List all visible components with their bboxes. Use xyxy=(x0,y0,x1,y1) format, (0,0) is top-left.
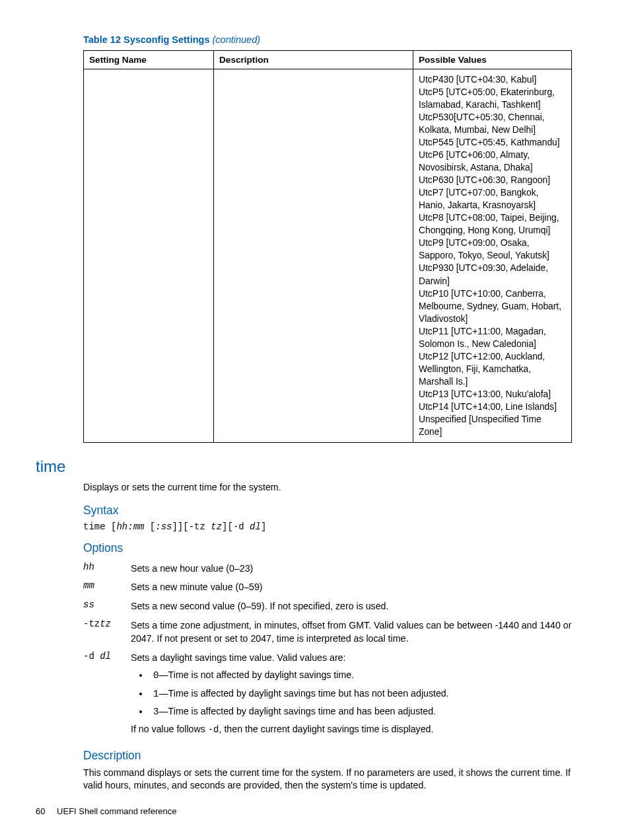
possible-value: UtcP545 [UTC+05:45, Kathmandu] xyxy=(419,136,566,149)
option-row: mmSets a new minute value (0–59) xyxy=(83,578,590,597)
col-setting-name: Setting Name xyxy=(84,51,214,69)
table-caption-prefix: Table 12 Sysconfig Settings xyxy=(83,34,213,45)
syntax-heading: Syntax xyxy=(83,504,590,517)
command-heading: time xyxy=(36,457,590,476)
table-row: UtcP430 [UTC+04:30, Kabul]UtcP5 [UTC+05:… xyxy=(84,69,572,443)
possible-value: UtcP930 [UTC+09:30, Adelaide, Darwin] xyxy=(419,262,566,287)
table-caption-suffix: (continued) xyxy=(213,34,261,45)
possible-value: UtcP11 [UTC+11:00, Magadan, Solomon Is.,… xyxy=(419,325,566,350)
possible-value: Unspecified [Unspecified Time Zone] xyxy=(419,413,566,438)
possible-value: UtcP530[UTC+05:30, Chennai, Kolkata, Mum… xyxy=(419,111,566,136)
col-description: Description xyxy=(214,51,413,69)
possible-value: UtcP7 [UTC+07:00, Bangkok, Hanio, Jakart… xyxy=(419,186,566,211)
options-heading: Options xyxy=(83,541,590,555)
command-summary: Displays or sets the current time for th… xyxy=(83,481,590,494)
page-footer: 60 UEFI Shell command reference xyxy=(36,806,176,816)
options-table: hhSets a new hour value (0–23)mmSets a n… xyxy=(83,559,590,740)
option-row: -tztzSets a time zone adjustment, in min… xyxy=(83,616,590,648)
cell-setting-name xyxy=(84,69,214,443)
option-bullet: 3—Time is affected by daylight savings t… xyxy=(149,705,590,718)
possible-value: UtcP9 [UTC+09:00, Osaka, Sapporo, Tokyo,… xyxy=(419,237,566,262)
possible-value: UtcP630 [UTC+06:30, Rangoon] xyxy=(419,174,566,186)
page-number: 60 xyxy=(36,806,45,816)
option-tail: If no value follows -d, then the current… xyxy=(131,722,590,736)
table-caption: Table 12 Sysconfig Settings (continued) xyxy=(83,34,590,45)
col-possible-values: Possible Values xyxy=(413,51,572,69)
cell-description xyxy=(214,69,413,443)
possible-value: UtcP14 [UTC+14:00, Line Islands] xyxy=(419,401,566,413)
possible-value: UtcP6 [UTC+06:00, Almaty, Novosibirsk, A… xyxy=(419,149,566,174)
option-row: hhSets a new hour value (0–23) xyxy=(83,559,590,578)
option-description: Sets a new minute value (0–59) xyxy=(131,578,590,597)
option-key: ss xyxy=(83,597,131,616)
option-description: Sets a new hour value (0–23) xyxy=(131,559,590,578)
description-heading: Description xyxy=(83,749,590,763)
description-body: This command displays or sets the curren… xyxy=(83,767,590,793)
cell-possible-values: UtcP430 [UTC+04:30, Kabul]UtcP5 [UTC+05:… xyxy=(413,69,572,443)
option-bullet: 0—Time is not affected by daylight savin… xyxy=(149,668,590,682)
possible-value: UtcP5 [UTC+05:00, Ekaterinburg, Islamaba… xyxy=(419,86,566,111)
possible-value: UtcP10 [UTC+10:00, Canberra, Melbourne, … xyxy=(419,287,566,325)
option-description: Sets a daylight savings time value. Vali… xyxy=(131,648,590,740)
syntax-line: time [hh:mm [:ss]][-tz tz][-d dl] xyxy=(83,521,590,532)
option-description: Sets a new second value (0–59). If not s… xyxy=(131,597,590,616)
sysconfig-settings-table: Setting Name Description Possible Values… xyxy=(83,50,572,443)
possible-value: UtcP430 [UTC+04:30, Kabul] xyxy=(419,73,566,86)
option-description: Sets a time zone adjustment, in minutes,… xyxy=(131,616,590,648)
possible-value: UtcP8 [UTC+08:00, Taipei, Beijing, Chong… xyxy=(419,211,566,237)
option-row: -d dlSets a daylight savings time value.… xyxy=(83,648,590,740)
option-bullet-list: 0—Time is not affected by daylight savin… xyxy=(131,668,590,718)
possible-value: UtcP13 [UTC+13:00, Nuku'alofa] xyxy=(419,388,566,401)
option-key: -tztz xyxy=(83,616,131,648)
option-bullet: 1—Time is affected by daylight savings t… xyxy=(149,687,590,701)
option-key: hh xyxy=(83,559,131,578)
footer-section: UEFI Shell command reference xyxy=(57,806,176,816)
option-key: -d dl xyxy=(83,648,131,740)
option-key: mm xyxy=(83,578,131,597)
possible-value: UtcP12 [UTC+12:00, Auckland, Wellington,… xyxy=(419,350,566,388)
option-row: ssSets a new second value (0–59). If not… xyxy=(83,597,590,616)
